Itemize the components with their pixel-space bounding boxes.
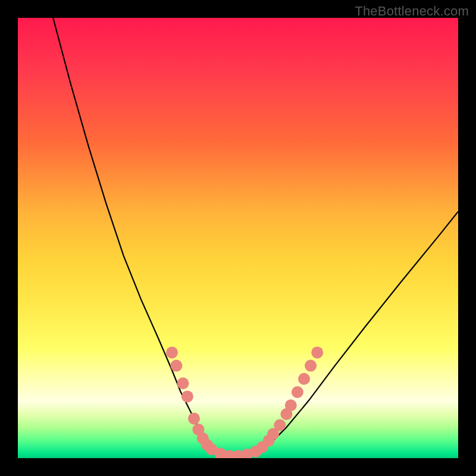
curve-marker xyxy=(311,346,323,358)
curve-marker xyxy=(188,412,200,424)
curve-marker xyxy=(170,360,182,372)
curve-marker xyxy=(305,360,317,372)
curve-marker xyxy=(285,399,297,411)
curve-marker xyxy=(181,390,193,402)
bottleneck-curve xyxy=(53,18,458,458)
curve-marker xyxy=(177,377,189,389)
plot-area xyxy=(18,18,458,458)
watermark-text: TheBottleneck.com xyxy=(355,4,469,19)
bottleneck-curve-svg xyxy=(18,18,458,458)
chart-frame: TheBottleneck.com xyxy=(0,0,476,476)
curve-marker xyxy=(274,419,286,431)
curve-marker xyxy=(166,346,178,358)
curve-marker xyxy=(292,386,303,398)
curve-marker xyxy=(298,373,310,385)
